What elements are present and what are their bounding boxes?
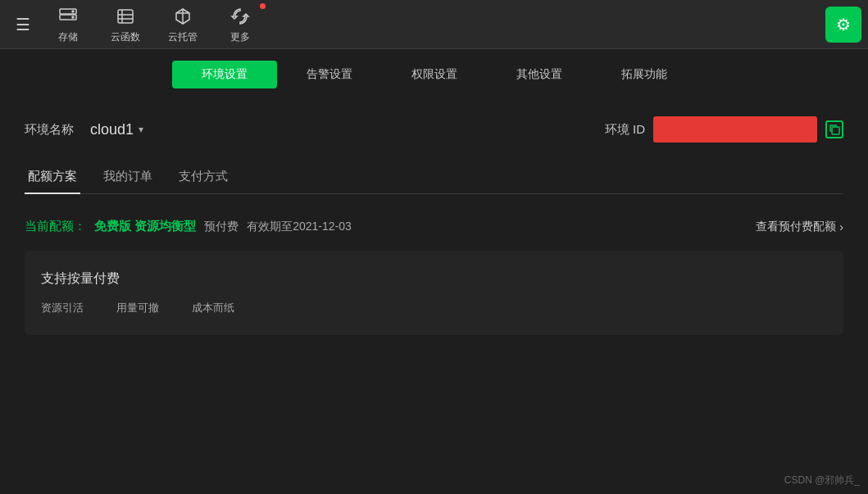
env-name-label: 环境名称 [25, 122, 90, 138]
svg-rect-8 [832, 127, 839, 134]
plan-section: 当前配额： 免费版 资源均衡型 预付费 有效期至2021-12-03 查看预付费… [25, 219, 843, 234]
card-col-usage: 用量可撤 [116, 301, 159, 315]
menu-button[interactable]: ☰ 存储 [7, 2, 39, 48]
card-title: 支持按量付费 [41, 270, 827, 288]
settings-icon: ⚙ [836, 15, 851, 34]
tab-access-settings[interactable]: 权限设置 [382, 61, 487, 88]
arrow-right-icon: › [839, 220, 843, 233]
svg-rect-4 [118, 10, 133, 23]
toolbar-item-more[interactable]: 更多 [211, 2, 269, 48]
sub-tabs: 配额方案 我的订单 支付方式 [25, 162, 843, 194]
tab-extensions[interactable]: 拓展功能 [592, 61, 697, 88]
env-id-value [653, 116, 817, 143]
svg-point-2 [72, 11, 74, 12]
tab-bar: 环境设置 告警设置 权限设置 其他设置 拓展功能 [0, 49, 868, 100]
tab-other-settings[interactable]: 其他设置 [487, 61, 592, 88]
copy-button[interactable] [825, 120, 843, 138]
card-section: 支持按量付费 资源引活 用量可撤 成本而纸 [25, 251, 843, 335]
sub-tab-payment[interactable]: 支付方式 [175, 162, 231, 194]
env-id-section: 环境 ID [605, 116, 843, 143]
plan-name: 免费版 资源均衡型 [94, 219, 196, 234]
toolbar-item-storage[interactable]: 存储 [39, 2, 97, 48]
more-label: 更多 [230, 30, 250, 44]
card-col-cost: 成本而纸 [192, 301, 234, 315]
cloud-func-icon [114, 5, 137, 28]
plan-view-link[interactable]: 查看预付费配额 › [756, 220, 843, 234]
plan-validity: 有效期至2021-12-03 [247, 220, 352, 234]
plan-current-label: 当前配额： [25, 219, 86, 234]
storage-icon [57, 5, 80, 28]
dropdown-icon[interactable]: ▾ [139, 124, 143, 135]
cloud-mgr-icon [171, 5, 194, 28]
sub-tab-plan[interactable]: 配额方案 [25, 162, 80, 194]
env-name-block: cloud1 ▾ [90, 121, 143, 138]
cloud-func-label: 云函数 [111, 30, 140, 44]
toolbar-item-cloud-mgr[interactable]: 云托管 [154, 2, 211, 48]
plan-type: 预付费 [204, 220, 239, 234]
sub-tab-orders[interactable]: 我的订单 [100, 162, 156, 194]
svg-point-3 [72, 16, 74, 18]
cloud-mgr-label: 云托管 [168, 30, 198, 44]
toolbar: ☰ 存储 存储 云函数 [0, 0, 868, 49]
settings-button[interactable]: ⚙ [825, 7, 861, 43]
main-content: 环境名称 cloud1 ▾ 环境 ID 配额方案 我的订单 支付方式 [0, 100, 868, 351]
menu-icon: ☰ [11, 13, 34, 36]
card-col-resource: 资源引活 [41, 301, 84, 315]
env-name-value: cloud1 [90, 121, 134, 138]
more-icon [229, 5, 252, 28]
env-id-label: 环境 ID [605, 122, 645, 138]
toolbar-item-cloud-func[interactable]: 云函数 [97, 2, 154, 48]
watermark: CSDN @邪帅兵_ [784, 474, 860, 487]
card-columns: 资源引活 用量可撤 成本而纸 [41, 301, 827, 315]
tab-env-settings[interactable]: 环境设置 [172, 61, 277, 88]
environment-row: 环境名称 cloud1 ▾ 环境 ID [25, 116, 843, 143]
storage-label: 存储 [58, 30, 78, 44]
tab-alert-settings[interactable]: 告警设置 [277, 61, 382, 88]
